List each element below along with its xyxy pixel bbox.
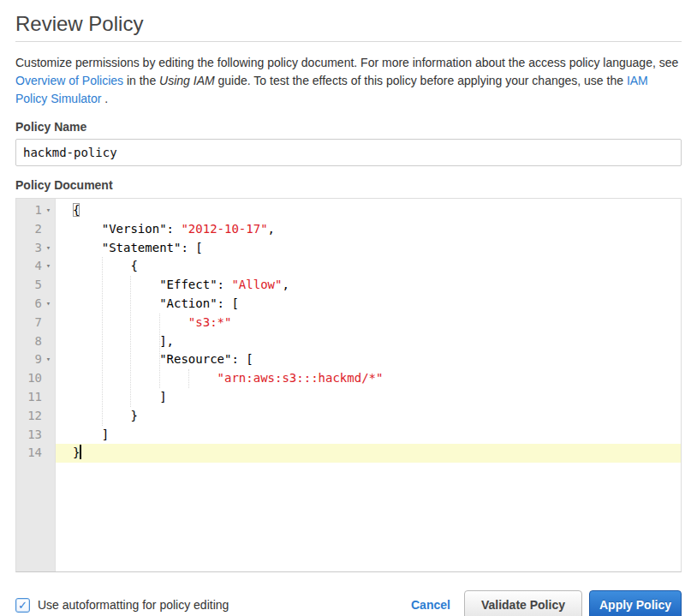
page-title: Review Policy <box>15 12 682 35</box>
checkbox-checked-icon[interactable]: ✓ <box>15 598 30 613</box>
gutter-row: 5 <box>16 276 55 295</box>
line-number: 3 <box>16 239 42 258</box>
code-line[interactable]: } <box>56 444 681 463</box>
line-number: 11 <box>16 388 42 407</box>
line-number: 12 <box>16 407 42 426</box>
code-token: { <box>73 259 138 272</box>
code-token: "Resource": [ <box>73 352 253 366</box>
text-cursor <box>80 445 81 459</box>
gutter-row: 9▾ <box>16 350 55 369</box>
line-number: 14 <box>16 444 42 463</box>
code-line[interactable]: { <box>56 201 681 220</box>
using-iam-guide-name: Using IAM <box>159 74 215 87</box>
code-line[interactable]: } <box>56 407 681 426</box>
fold-arrow-icon[interactable]: ▾ <box>42 257 55 276</box>
autoformat-label: Use autoformatting for policy editing <box>38 598 229 612</box>
gutter-row: 10 <box>16 369 55 388</box>
intro-text: . <box>101 92 108 105</box>
code-line[interactable]: "Action": [ <box>56 295 681 314</box>
string-token: "Allow" <box>231 278 282 291</box>
line-number: 10 <box>16 369 42 388</box>
gutter-row: 13 <box>16 426 55 445</box>
footer-action-bar: ✓ Use autoformatting for policy editing … <box>15 590 682 616</box>
intro-text: in the <box>123 74 159 87</box>
code-token: , <box>282 278 289 291</box>
line-number: 13 <box>16 426 42 445</box>
code-token: "Version": <box>73 222 181 236</box>
code-token <box>73 315 188 329</box>
cancel-link[interactable]: Cancel <box>411 598 450 612</box>
code-line[interactable]: "arn:aws:s3:::hackmd/*" <box>56 369 681 388</box>
code-token: ], <box>73 334 174 348</box>
string-token: "arn:aws:s3:::hackmd/*" <box>217 371 384 385</box>
gutter-row: 1▾ <box>16 201 55 220</box>
code-line[interactable]: ], <box>56 332 681 351</box>
code-line[interactable]: ] <box>56 426 681 445</box>
fold-arrow-icon[interactable]: ▾ <box>42 350 55 369</box>
gutter-row: 8 <box>16 332 55 351</box>
code-token: , <box>268 222 275 236</box>
gutter-row: 14 <box>16 444 55 463</box>
code-token: "Effect": <box>73 278 231 291</box>
fold-arrow-icon[interactable]: ▾ <box>42 239 55 258</box>
line-number: 8 <box>16 332 42 351</box>
gutter-row: 3▾ <box>16 239 55 258</box>
line-number: 1 <box>16 201 42 220</box>
intro-text: Customize permissions by editing the fol… <box>15 56 678 69</box>
policy-name-label: Policy Name <box>15 120 682 135</box>
title-divider <box>15 41 682 42</box>
line-number: 4 <box>16 257 42 276</box>
intro-paragraph: Customize permissions by editing the fol… <box>15 54 682 108</box>
code-token: "Statement": [ <box>73 241 203 254</box>
editor-gutter: 1▾23▾4▾56▾789▾1011121314 <box>16 199 56 571</box>
line-number: 2 <box>16 220 42 239</box>
code-line[interactable]: "Version": "2012-10-17", <box>56 220 681 239</box>
code-token <box>73 371 217 385</box>
validate-policy-button[interactable]: Validate Policy <box>464 590 582 616</box>
gutter-row: 7 <box>16 314 55 332</box>
gutter-row: 12 <box>16 407 55 426</box>
fold-arrow-icon[interactable]: ▾ <box>42 295 55 314</box>
fold-arrow-icon[interactable]: ▾ <box>42 201 55 220</box>
check-icon: ✓ <box>18 600 27 611</box>
policy-document-label: Policy Document <box>15 178 682 193</box>
code-token: { <box>73 203 80 217</box>
policy-name-input[interactable] <box>15 139 682 166</box>
code-token: ] <box>73 428 109 441</box>
line-number: 5 <box>16 276 42 295</box>
autoformat-checkbox-wrap[interactable]: ✓ Use autoformatting for policy editing <box>15 598 229 613</box>
code-line[interactable]: "Statement": [ <box>56 239 681 258</box>
code-token: ] <box>73 390 167 404</box>
code-token: } <box>73 446 80 459</box>
gutter-row: 11 <box>16 388 55 407</box>
policy-document-editor[interactable]: 1▾23▾4▾56▾789▾1011121314 { "Version": "2… <box>15 198 682 572</box>
code-line[interactable]: "s3:*" <box>56 314 681 332</box>
overview-of-policies-link[interactable]: Overview of Policies <box>15 74 123 87</box>
review-policy-page: Review Policy Customize permissions by e… <box>0 0 697 616</box>
line-number: 9 <box>16 350 42 369</box>
code-line[interactable]: "Resource": [ <box>56 350 681 369</box>
string-token: "2012-10-17" <box>181 222 267 236</box>
gutter-row: 6▾ <box>16 295 55 314</box>
string-token: "s3:*" <box>188 315 232 329</box>
code-line[interactable]: "Effect": "Allow", <box>56 276 681 295</box>
apply-policy-button[interactable]: Apply Policy <box>589 590 682 616</box>
line-number: 6 <box>16 295 42 314</box>
code-token: "Action": [ <box>73 296 239 310</box>
code-line[interactable]: { <box>56 257 681 276</box>
code-line[interactable]: ] <box>56 388 681 407</box>
intro-text: guide. To test the effects of this polic… <box>215 74 627 87</box>
editor-code-area[interactable]: { "Version": "2012-10-17", "Statement": … <box>56 199 681 571</box>
line-number: 7 <box>16 314 42 332</box>
gutter-row: 2 <box>16 220 55 239</box>
gutter-row: 4▾ <box>16 257 55 276</box>
code-token: } <box>73 409 138 422</box>
